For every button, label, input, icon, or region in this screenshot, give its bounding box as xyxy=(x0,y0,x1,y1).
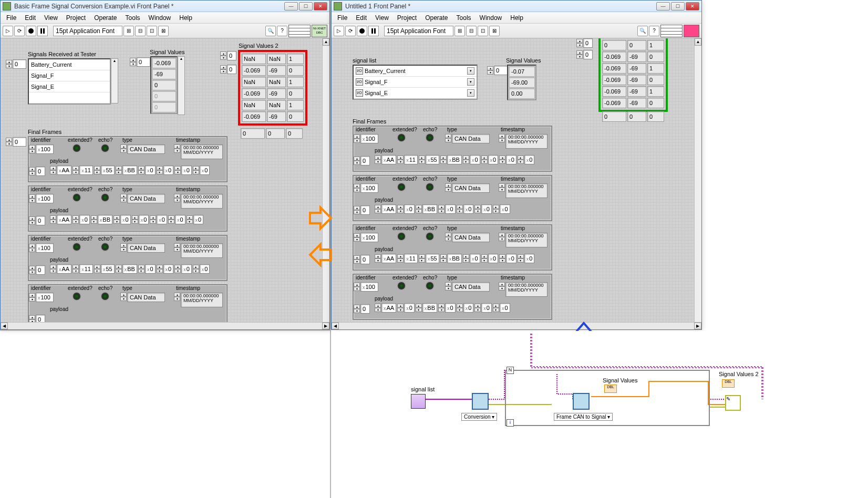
echo-led[interactable] xyxy=(101,144,109,152)
bd-frame-can-ring[interactable]: Frame CAN to Signal ▾ xyxy=(554,413,613,421)
bd-build-array-node[interactable]: ✎ xyxy=(725,395,741,411)
payload-byte[interactable]: ▴▾x0 xyxy=(518,254,535,263)
type-field[interactable]: ▴▾CAN Data xyxy=(445,134,490,143)
payload-byte[interactable]: ▴▾xBB xyxy=(116,264,137,274)
payload-byte[interactable]: ▴▾x0 xyxy=(493,303,510,313)
echo-led[interactable] xyxy=(426,282,433,289)
extended-led[interactable] xyxy=(73,243,80,251)
resize-button[interactable]: ⊡ xyxy=(478,26,488,36)
extended-led[interactable] xyxy=(398,233,405,240)
bd-i-terminal[interactable]: i xyxy=(507,419,514,427)
menu-view[interactable]: View xyxy=(371,13,393,23)
payload-index[interactable]: ▴▾0 xyxy=(29,265,45,275)
payload-byte[interactable]: ▴▾x0 xyxy=(168,215,185,224)
connector-pane[interactable] xyxy=(660,25,683,37)
payload-byte[interactable]: ▴▾x11 xyxy=(73,264,93,274)
timestamp-field[interactable]: ▴▾00:00:00.000000MM/DD/YYYY xyxy=(499,134,547,149)
scrollbar-h-left[interactable]: ◀▶ xyxy=(1,322,329,329)
font-select[interactable]: 15pt Application Font xyxy=(53,26,122,36)
identifier-field[interactable]: ▴▾x100 xyxy=(29,144,54,154)
maximize-button[interactable]: ☐ xyxy=(299,2,313,11)
align-button[interactable]: ⊞ xyxy=(454,26,465,36)
identifier-field[interactable]: ▴▾x100 xyxy=(29,243,54,253)
payload-byte[interactable]: ▴▾x0 xyxy=(474,204,492,214)
payload-byte[interactable]: ▴▾x0 xyxy=(132,215,149,224)
scrollbar-h-right[interactable]: ◀▶ xyxy=(332,322,701,329)
signals-index[interactable]: ▴▾ 0 xyxy=(6,59,26,69)
payload-byte[interactable]: ▴▾x0 xyxy=(187,215,204,224)
type-field[interactable]: ▴▾CAN Data xyxy=(445,233,490,242)
payload-byte[interactable]: ▴▾xAA xyxy=(50,215,71,224)
payload-byte[interactable]: ▴▾xBB xyxy=(416,204,437,214)
echo-led[interactable] xyxy=(426,134,433,141)
payload-byte[interactable]: ▴▾x55 xyxy=(94,264,115,274)
payload-byte[interactable]: ▴▾xBB xyxy=(440,254,462,263)
payload-byte[interactable]: ▴▾xAA xyxy=(375,204,396,214)
timestamp-field[interactable]: ▴▾00:00:00.000000MM/DD/YYYY xyxy=(499,233,547,247)
menu-help[interactable]: Help xyxy=(175,13,197,23)
payload-index[interactable]: ▴▾0 xyxy=(354,205,370,215)
minimize-button[interactable]: — xyxy=(656,2,670,11)
align-button[interactable]: ⊞ xyxy=(123,26,134,36)
extended-led[interactable] xyxy=(73,144,80,152)
payload-byte[interactable]: ▴▾x0 xyxy=(138,165,156,175)
title-bar-left[interactable]: Basic Frame Signal Conversion Example.vi… xyxy=(1,1,329,12)
menu-window[interactable]: Window xyxy=(144,13,175,23)
payload-byte[interactable]: ▴▾x0 xyxy=(73,215,90,224)
payload-byte[interactable]: ▴▾x0 xyxy=(138,264,156,274)
timestamp-field[interactable]: ▴▾00:00:00.000000MM/DD/YYYY xyxy=(174,293,223,307)
extended-led[interactable] xyxy=(398,282,405,289)
menu-help[interactable]: Help xyxy=(506,13,528,23)
frames-index[interactable]: ▴▾0 xyxy=(6,137,26,147)
maximize-button[interactable]: ☐ xyxy=(671,2,685,11)
close-button[interactable]: ✕ xyxy=(686,2,699,11)
payload-index[interactable]: ▴▾0 xyxy=(29,216,45,225)
payload-byte[interactable]: ▴▾xBB xyxy=(440,155,462,164)
payload-index[interactable]: ▴▾0 xyxy=(29,315,45,322)
distribute-button[interactable]: ⊟ xyxy=(466,26,477,36)
payload-index[interactable]: ▴▾0 xyxy=(354,304,370,314)
payload-byte[interactable]: ▴▾x0 xyxy=(518,155,535,164)
menu-operate[interactable]: Operate xyxy=(421,13,452,23)
run-continuous-button[interactable]: ⟳ xyxy=(345,26,356,36)
payload-byte[interactable]: ▴▾x0 xyxy=(174,264,192,274)
echo-led[interactable] xyxy=(101,293,109,300)
bd-conversion-ring[interactable]: Conversion ▾ xyxy=(461,413,497,421)
list-item[interactable]: Signal_E xyxy=(29,81,110,92)
sv2-index-1-r[interactable]: ▴▾0 xyxy=(576,50,593,59)
close-button[interactable]: ✕ xyxy=(314,2,327,11)
payload-byte[interactable]: ▴▾x11 xyxy=(397,155,418,164)
payload-byte[interactable]: ▴▾x0 xyxy=(457,303,474,313)
timestamp-field[interactable]: ▴▾00:00:00.000000MM/DD/YYYY xyxy=(499,282,547,297)
identifier-field[interactable]: ▴▾x100 xyxy=(354,134,378,143)
title-bar-right[interactable]: Untitled 1 Front Panel * — ☐ ✕ xyxy=(332,1,701,12)
timestamp-field[interactable]: ▴▾00:00:00.000000MM/DD/YYYY xyxy=(174,243,223,258)
payload-byte[interactable]: ▴▾x0 xyxy=(150,215,167,224)
bd-sigvals2-terminal[interactable]: DBL xyxy=(722,379,735,388)
scrollbar-v-right[interactable]: ▲ xyxy=(694,38,701,322)
echo-led[interactable] xyxy=(426,183,433,191)
payload-byte[interactable]: ▴▾xBB xyxy=(91,215,112,224)
bd-xnet-session-node[interactable] xyxy=(472,393,489,410)
list-item[interactable]: I/OSignal_F▾ xyxy=(354,77,477,88)
payload-byte[interactable]: ▴▾x55 xyxy=(419,155,439,164)
payload-byte[interactable]: ▴▾x55 xyxy=(419,254,439,263)
list-item[interactable]: I/OSignal_E▾ xyxy=(354,88,477,99)
menu-project[interactable]: Project xyxy=(62,13,90,23)
payload-byte[interactable]: ▴▾x0 xyxy=(499,254,516,263)
menu-operate[interactable]: Operate xyxy=(90,13,121,23)
payload-index[interactable]: ▴▾0 xyxy=(29,167,45,176)
payload-byte[interactable]: ▴▾x0 xyxy=(157,165,174,175)
menu-tools[interactable]: Tools xyxy=(452,13,476,23)
payload-byte[interactable]: ▴▾x0 xyxy=(113,215,131,224)
payload-byte[interactable]: ▴▾xAA xyxy=(375,155,396,164)
type-field[interactable]: ▴▾CAN Data xyxy=(120,194,165,203)
payload-byte[interactable]: ▴▾x55 xyxy=(94,165,115,175)
payload-byte[interactable]: ▴▾x0 xyxy=(438,303,456,313)
payload-byte[interactable]: ▴▾x0 xyxy=(474,303,492,313)
identifier-field[interactable]: ▴▾x100 xyxy=(29,293,54,302)
search-button[interactable]: 🔍 xyxy=(637,26,648,36)
scrollbar-v-left[interactable]: ▲ xyxy=(322,38,329,322)
list-item[interactable]: I/OBattery_Current▾ xyxy=(354,66,477,77)
payload-index[interactable]: ▴▾0 xyxy=(354,156,370,165)
